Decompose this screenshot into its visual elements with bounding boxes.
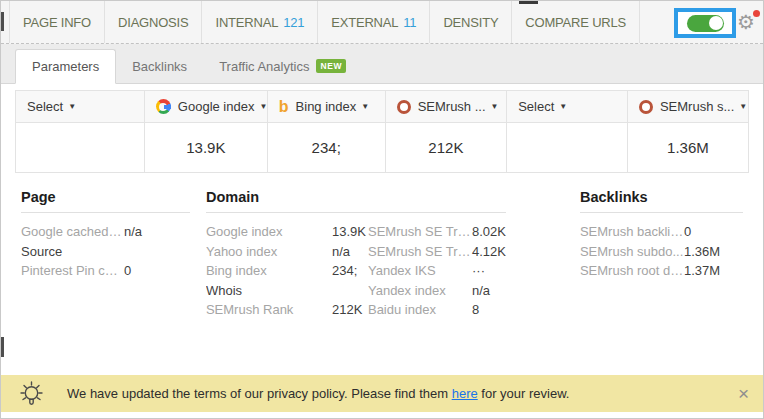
close-icon[interactable]: × xyxy=(738,384,749,403)
metric-label: Bing index xyxy=(206,261,332,281)
metric-row: SEMrush backlinks 0 xyxy=(580,222,743,242)
tab-page-info[interactable]: PAGE INFO xyxy=(9,1,104,43)
tab-label: COMPARE URLS xyxy=(525,15,626,30)
metric-row: SEMrush Rank 212K xyxy=(206,300,368,320)
top-tab-bar: PAGE INFO DIAGNOSIS INTERNAL 121 EXTERNA… xyxy=(1,1,763,44)
loading-dots: ··· xyxy=(472,261,485,281)
seo-extension-popup: PAGE INFO DIAGNOSIS INTERNAL 121 EXTERNA… xyxy=(0,0,764,419)
metric-value: n/a xyxy=(332,242,350,262)
metric-row: SEMrush root do... 1.37M xyxy=(580,261,743,281)
metric-value: 212K xyxy=(332,300,362,320)
tab-label: PAGE INFO xyxy=(23,15,91,30)
page-bleed-artifact xyxy=(1,337,4,357)
metric-row: Google index 13.9K xyxy=(206,222,368,242)
param-label: SEMrush s... xyxy=(660,99,734,114)
tab-external[interactable]: EXTERNAL 11 xyxy=(317,1,429,43)
metric-row: Yandex IKS ··· xyxy=(368,261,506,281)
metric-value: 0 xyxy=(684,222,691,242)
metric-value: 1.37M xyxy=(684,261,720,281)
bing-icon: b xyxy=(279,100,289,114)
notification-dot xyxy=(753,10,760,17)
tab-diagnosis[interactable]: DIAGNOSIS xyxy=(104,1,201,43)
google-icon xyxy=(156,99,171,114)
metric-row: Baidu index 8 xyxy=(368,300,506,320)
metric-row: Google cachedate n/a xyxy=(21,222,190,242)
section-title: Domain xyxy=(206,189,506,213)
param-semrush-s[interactable]: SEMrush s... ▼ xyxy=(628,91,748,122)
metric-value: 8 xyxy=(472,300,479,320)
notice-text: We have updated the terms of our privacy… xyxy=(67,386,569,401)
lightbulb-icon xyxy=(18,379,45,408)
tab-traffic-analytics[interactable]: Traffic Analytics new xyxy=(203,50,362,83)
settings-button[interactable]: ⚙ xyxy=(737,10,761,36)
param-bing-index[interactable]: b Bing index ▼ xyxy=(268,91,386,122)
metric-value: n/a xyxy=(124,222,142,242)
enable-toggle[interactable] xyxy=(687,15,724,32)
metric-label: Baidu index xyxy=(368,300,472,320)
tab-label: Traffic Analytics xyxy=(219,59,309,74)
param-semrush[interactable]: SEMrush ... ▼ xyxy=(386,91,508,122)
tab-label: Backlinks xyxy=(132,59,187,74)
tab-count: 121 xyxy=(283,15,304,30)
metric-value: 13.9K xyxy=(332,222,366,242)
domain-column-1: Google index 13.9K Yahoo index n/a Bing … xyxy=(206,222,368,320)
content-area: Select ▼ Google index ▼ b Bing index ▼ S… xyxy=(1,84,763,320)
tab-parameters[interactable]: Parameters xyxy=(15,49,116,84)
parameter-table-header: Select ▼ Google index ▼ b Bing index ▼ S… xyxy=(16,91,748,123)
source-link[interactable]: Source xyxy=(21,242,124,262)
metric-row: Yahoo index n/a xyxy=(206,242,368,262)
domain-columns: Google index 13.9K Yahoo index n/a Bing … xyxy=(206,222,506,320)
param-value xyxy=(507,123,628,172)
param-label: Select xyxy=(518,99,554,114)
metric-row: Whois xyxy=(206,281,368,301)
metric-row: Yandex index n/a xyxy=(368,281,506,301)
metric-value: n/a xyxy=(472,281,490,301)
privacy-policy-link[interactable]: here xyxy=(452,386,478,401)
metric-label: SEMrush SE Traffic xyxy=(368,222,472,242)
notice-text-after: for your review. xyxy=(478,386,570,401)
parameter-table-values: 13.9K 234; 212K 1.36M xyxy=(16,123,748,172)
param-label: SEMrush ... xyxy=(418,99,486,114)
tab-compare-urls[interactable]: COMPARE URLS xyxy=(511,1,640,43)
chevron-down-icon: ▼ xyxy=(361,102,369,111)
domain-column-2: SEMrush SE Traffic 8.02K SEMrush SE Traf… xyxy=(368,222,506,320)
semrush-icon xyxy=(397,100,411,114)
metric-label: Yahoo index xyxy=(206,242,332,262)
param-select-1[interactable]: Select ▼ xyxy=(16,91,145,122)
tab-backlinks[interactable]: Backlinks xyxy=(116,50,203,83)
metric-row: Bing index 234; xyxy=(206,261,368,281)
metric-label: Google cachedate xyxy=(21,222,124,242)
metric-sections: Page Google cachedate n/a Source Pintere… xyxy=(15,173,749,320)
metric-row: Pinterest Pin count 0 xyxy=(21,261,190,281)
param-value xyxy=(16,123,145,172)
section-title: Backlinks xyxy=(580,189,743,213)
chevron-down-icon: ▼ xyxy=(491,102,499,111)
tab-label: DIAGNOSIS xyxy=(118,15,188,30)
param-select-2[interactable]: Select ▼ xyxy=(507,91,628,122)
metric-row: Source xyxy=(21,242,190,262)
metric-label: Pinterest Pin count xyxy=(21,261,124,281)
metric-value: 8.02K xyxy=(472,222,506,242)
tab-density[interactable]: DENSITY xyxy=(429,1,511,43)
metric-label: Google index xyxy=(206,222,332,242)
tab-label: INTERNAL xyxy=(215,15,278,30)
param-label: Bing index xyxy=(296,99,357,114)
section-page: Page Google cachedate n/a Source Pintere… xyxy=(21,189,190,320)
enable-toggle-highlight xyxy=(674,8,736,38)
chevron-down-icon: ▼ xyxy=(559,102,567,111)
tab-internal[interactable]: INTERNAL 121 xyxy=(201,1,317,43)
whois-link[interactable]: Whois xyxy=(206,281,332,301)
section-domain: Domain Google index 13.9K Yahoo index n/… xyxy=(206,189,506,320)
param-google-index[interactable]: Google index ▼ xyxy=(145,91,268,122)
param-value: 13.9K xyxy=(145,123,268,172)
chevron-down-icon: ▼ xyxy=(259,102,267,111)
metric-label: SEMrush SE Traff... xyxy=(368,242,472,262)
metric-value: 234; xyxy=(332,261,357,281)
parameter-table: Select ▼ Google index ▼ b Bing index ▼ S… xyxy=(15,90,749,173)
metric-value: 4.12K xyxy=(472,242,506,262)
page-bleed-artifact xyxy=(1,12,4,31)
metric-label: SEMrush root do... xyxy=(580,261,684,281)
param-value: 234; xyxy=(268,123,386,172)
metric-label: SEMrush backlinks xyxy=(580,222,684,242)
new-badge: new xyxy=(316,59,346,73)
